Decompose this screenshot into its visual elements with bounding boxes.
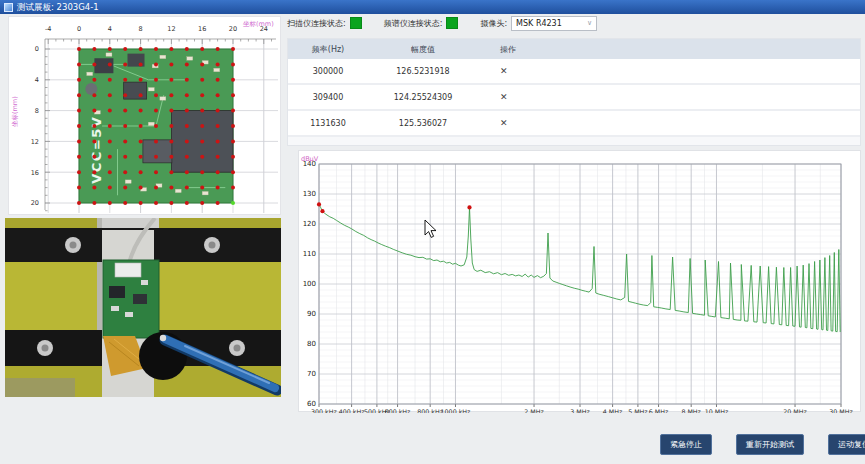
camera-select-value: MSK R4231 <box>516 19 562 28</box>
restart-test-button[interactable]: 重新开始测试 <box>736 434 804 455</box>
col-header-frequency: 频率(Hz) <box>288 44 368 55</box>
svg-text:6 MHz: 6 MHz <box>649 408 669 413</box>
analyzer-status-label: 频谱仪连接状态: <box>384 18 443 29</box>
svg-text:130: 130 <box>303 190 316 198</box>
frequency-cell: 309400 <box>288 93 368 102</box>
app-window: 测试展板: 2303G4-1 -404812162024048121620坐标(… <box>0 0 865 464</box>
marker-table: 频率(Hz) 幅度值 操作 300000126.5231918✕30940012… <box>287 38 861 146</box>
svg-text:dBµV: dBµV <box>301 155 319 163</box>
svg-text:8: 8 <box>35 107 39 115</box>
pcb-connector <box>115 263 141 277</box>
svg-text:8 MHz: 8 MHz <box>681 408 701 413</box>
svg-text:600 kHz: 600 kHz <box>385 408 411 413</box>
svg-text:5 MHz: 5 MHz <box>628 408 648 413</box>
col-header-action: 操作 <box>478 44 538 55</box>
amplitude-cell: 126.5231918 <box>368 67 478 76</box>
camera-photo-panel <box>5 218 281 397</box>
window-title: 测试展板: 2303G4-1 <box>17 0 99 14</box>
svg-text:20: 20 <box>229 25 237 33</box>
col-header-amplitude: 幅度值 <box>368 44 478 55</box>
pcb-layout-panel[interactable]: -404812162024048121620坐标(mm)坐标(mm)VCC=5V <box>8 16 281 215</box>
svg-text:30 MHz: 30 MHz <box>829 408 853 413</box>
svg-text:VCC=5V: VCC=5V <box>89 116 104 184</box>
svg-text:400 kHz: 400 kHz <box>339 408 365 413</box>
pcb-photo <box>5 218 281 397</box>
frequency-cell: 1131630 <box>288 119 368 128</box>
motion-reset-button[interactable]: 运动复位 <box>828 434 865 455</box>
action-buttons: 紧急停止 重新开始测试 运动复位 <box>660 434 865 455</box>
svg-text:0: 0 <box>77 25 81 33</box>
svg-text:1000 kHz: 1000 kHz <box>441 408 471 413</box>
spectrum-chart-panel: 60708090100110120130140300 kHz400 kHz500… <box>298 150 861 412</box>
analyzer-status-indicator <box>446 17 458 29</box>
svg-text:10 MHz: 10 MHz <box>705 408 729 413</box>
svg-text:坐标(mm): 坐标(mm) <box>243 20 274 28</box>
amplitude-cell: 125.536027 <box>368 119 478 128</box>
table-row: 300000126.5231918✕ <box>288 59 860 85</box>
svg-text:110: 110 <box>303 250 316 258</box>
probe-tip <box>160 335 166 341</box>
title-bar: 测试展板: 2303G4-1 <box>0 0 865 14</box>
amplitude-cell: 124.25524309 <box>368 93 478 102</box>
svg-text:4 MHz: 4 MHz <box>603 408 623 413</box>
svg-text:90: 90 <box>307 310 316 318</box>
svg-text:80: 80 <box>307 340 316 348</box>
svg-text:100: 100 <box>303 280 316 288</box>
status-bar: 扫描仪连接状态: 频谱仪连接状态: 摄像头: MSK R4231 ∨ <box>287 14 597 32</box>
app-icon <box>4 3 13 12</box>
table-row: 309400124.25524309✕ <box>288 85 860 111</box>
camera-label: 摄像头: <box>480 18 507 29</box>
svg-text:8: 8 <box>139 25 143 33</box>
table-header-row: 频率(Hz) 幅度值 操作 <box>288 39 860 59</box>
svg-text:4: 4 <box>35 76 39 84</box>
svg-text:70: 70 <box>307 370 316 378</box>
svg-text:20: 20 <box>31 199 39 207</box>
camera-select[interactable]: MSK R4231 ∨ <box>511 16 597 31</box>
svg-text:坐标(mm): 坐标(mm) <box>11 96 19 127</box>
svg-text:4: 4 <box>108 25 112 33</box>
svg-text:-4: -4 <box>45 25 51 33</box>
frequency-cell: 300000 <box>288 67 368 76</box>
delete-marker-icon[interactable]: ✕ <box>478 92 538 102</box>
table-row: 1131630125.536027✕ <box>288 111 860 137</box>
svg-text:2 MHz: 2 MHz <box>524 408 544 413</box>
chevron-down-icon: ∨ <box>587 19 592 27</box>
svg-text:3 MHz: 3 MHz <box>570 408 590 413</box>
svg-text:0: 0 <box>35 45 39 53</box>
scanner-status-label: 扫描仪连接状态: <box>287 18 346 29</box>
pcb-layout-canvas[interactable]: -404812162024048121620坐标(mm)坐标(mm)VCC=5V <box>9 17 282 216</box>
svg-text:16: 16 <box>31 169 39 177</box>
spectrum-chart: 60708090100110120130140300 kHz400 kHz500… <box>299 151 862 413</box>
emergency-stop-button[interactable]: 紧急停止 <box>660 434 712 455</box>
svg-text:300 kHz: 300 kHz <box>311 408 337 413</box>
delete-marker-icon[interactable]: ✕ <box>478 66 538 76</box>
delete-marker-icon[interactable]: ✕ <box>478 118 538 128</box>
table-body: 300000126.5231918✕309400124.25524309✕113… <box>288 59 860 137</box>
scanner-status-indicator <box>350 17 362 29</box>
svg-text:16: 16 <box>198 25 206 33</box>
svg-text:12: 12 <box>167 25 175 33</box>
svg-text:120: 120 <box>303 220 316 228</box>
svg-text:12: 12 <box>31 138 39 146</box>
svg-text:20 MHz: 20 MHz <box>783 408 807 413</box>
